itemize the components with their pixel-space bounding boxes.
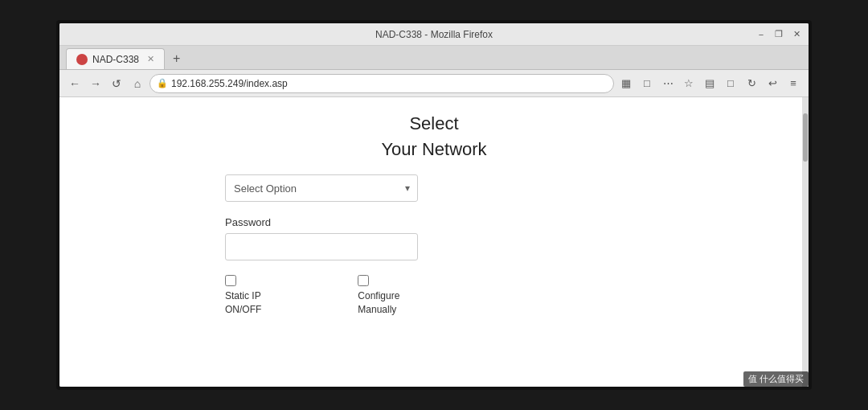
page-content: Select Your Network Select Option ▾ Pass… — [59, 97, 809, 387]
scrollbar[interactable] — [802, 97, 809, 387]
close-button[interactable]: ✕ — [791, 29, 802, 40]
tab-label: NAD-C338 — [92, 54, 139, 65]
select-wrapper: Select Option ▾ — [225, 174, 418, 202]
static-ip-checkbox[interactable] — [225, 275, 236, 286]
address-text: 192.168.255.249/index.asp — [171, 78, 288, 89]
password-label: Password — [225, 216, 643, 228]
sidebar-icon[interactable]: ▦ — [617, 75, 635, 92]
network-select[interactable]: Select Option — [225, 174, 418, 202]
scrollbar-thumb[interactable] — [803, 113, 808, 162]
address-bar[interactable]: 🔒 192.168.255.249/index.asp — [149, 74, 614, 93]
title-bar: NAD-C338 - Mozilla Firefox − ❐ ✕ — [59, 23, 809, 46]
monitor: NAD-C338 - Mozilla Firefox − ❐ ✕ NAD-C33… — [56, 20, 812, 390]
undo-icon[interactable]: ↩ — [764, 75, 781, 92]
partial-page-heading: Select — [225, 113, 643, 134]
home-button[interactable]: ⌂ — [129, 75, 146, 92]
bookmark-star-icon[interactable]: ☆ — [680, 75, 698, 92]
static-ip-label: Static IPON/OFF — [225, 289, 261, 317]
reload-button[interactable]: ↺ — [108, 75, 125, 92]
lock-icon: 🔒 — [157, 78, 168, 88]
back-button[interactable]: ← — [66, 75, 84, 92]
sync-icon[interactable]: ↻ — [743, 75, 760, 92]
restore-button[interactable]: ❐ — [773, 29, 784, 40]
password-input[interactable] — [225, 233, 418, 260]
tab-close-button[interactable]: ✕ — [147, 54, 154, 64]
window-title: NAD-C338 - Mozilla Firefox — [375, 29, 493, 40]
extensions-icon[interactable]: ⋯ — [659, 75, 677, 92]
nav-right-icons: ▦ □ ⋯ ☆ ▤ □ ↻ ↩ ≡ — [617, 75, 802, 92]
tab-favicon — [76, 54, 88, 65]
configure-manually-checkbox[interactable] — [358, 275, 369, 286]
screenshot-icon[interactable]: □ — [638, 75, 656, 92]
window-controls: − ❐ ✕ — [755, 29, 802, 40]
checkbox-row: Static IPON/OFF ConfigureManually — [225, 275, 643, 317]
password-group: Password — [225, 216, 643, 260]
reader-icon[interactable]: ▤ — [701, 75, 719, 92]
configure-manually-group: ConfigureManually — [358, 275, 399, 317]
new-tab-button[interactable]: + — [165, 48, 188, 69]
nav-bar: ← → ↺ ⌂ 🔒 192.168.255.249/index.asp ▦ □ … — [59, 70, 809, 97]
minimize-button[interactable]: − — [755, 29, 767, 40]
page-inner: Select Your Network Select Option ▾ Pass… — [193, 97, 675, 387]
configure-manually-label: ConfigureManually — [358, 289, 399, 317]
menu-button[interactable]: ≡ — [784, 75, 802, 92]
active-tab[interactable]: NAD-C338 ✕ — [66, 48, 165, 69]
forward-button[interactable]: → — [87, 75, 104, 92]
pip-icon[interactable]: □ — [722, 75, 739, 92]
tab-bar: NAD-C338 ✕ + — [59, 46, 809, 70]
network-select-group: Select Option ▾ — [225, 174, 643, 202]
watermark: 值 什么值得买 — [743, 371, 809, 387]
browser-window: NAD-C338 - Mozilla Firefox − ❐ ✕ NAD-C33… — [59, 23, 809, 387]
static-ip-group: Static IPON/OFF — [225, 275, 261, 317]
page-heading: Your Network — [225, 139, 643, 160]
